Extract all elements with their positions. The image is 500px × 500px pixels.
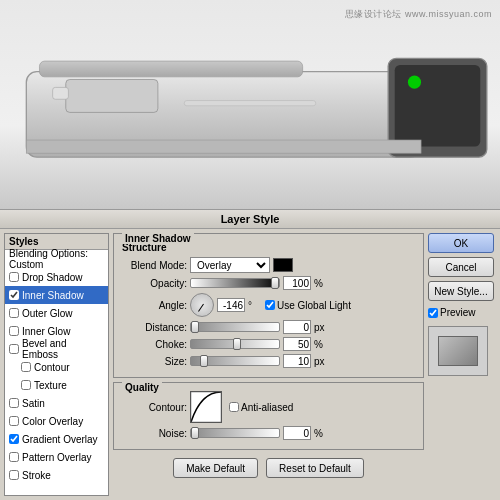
contour-svg (191, 392, 221, 422)
angle-label: Angle: (122, 300, 187, 311)
styles-panel: Styles Blending Options: Custom Drop Sha… (4, 233, 109, 496)
style-item-color-overlay[interactable]: Color Overlay (5, 412, 108, 430)
style-item-gradient-overlay[interactable]: Gradient Overlay (5, 430, 108, 448)
opacity-row: Opacity: % (122, 276, 415, 290)
svg-rect-5 (395, 65, 481, 147)
blend-mode-row: Blend Mode: Overlay Normal Multiply Scre… (122, 257, 415, 273)
choke-value[interactable] (283, 337, 311, 351)
style-item-drop-shadow[interactable]: Drop Shadow (5, 268, 108, 286)
choke-label: Choke: (122, 339, 187, 350)
noise-value[interactable] (283, 426, 311, 440)
drop-shadow-checkbox[interactable] (9, 272, 19, 282)
texture-checkbox[interactable] (21, 380, 31, 390)
choke-thumb[interactable] (233, 338, 241, 350)
preview-checkbox[interactable] (428, 308, 438, 318)
choke-unit: % (314, 339, 328, 350)
style-item-contour[interactable]: Contour (5, 358, 108, 376)
svg-point-6 (408, 76, 421, 89)
inner-shadow-checkbox[interactable] (9, 290, 19, 300)
buttons-panel: OK Cancel New Style... Preview (428, 233, 496, 496)
watermark: 思缘设计论坛 www.missyuan.com (345, 8, 492, 21)
size-unit: px (314, 356, 328, 367)
camera-area: 思缘设计论坛 www.missyuan.com (0, 0, 500, 210)
contour-checkbox[interactable] (21, 362, 31, 372)
style-item-outer-glow[interactable]: Outer Glow (5, 304, 108, 322)
distance-label: Distance: (122, 322, 187, 333)
contour-label: Contour: (122, 402, 187, 413)
style-item-blending[interactable]: Blending Options: Custom (5, 250, 108, 268)
style-item-bevel-emboss[interactable]: Bevel and Emboss (5, 340, 108, 358)
opacity-value[interactable] (283, 276, 311, 290)
structure-section: Inner Shadow Structure Blend Mode: Overl… (113, 233, 424, 378)
bottom-buttons: Make Default Reset to Default (113, 454, 424, 482)
noise-slider[interactable] (190, 428, 280, 438)
angle-row: Angle: ° Use Global Light (122, 293, 415, 317)
size-label: Size: (122, 356, 187, 367)
cancel-button[interactable]: Cancel (428, 257, 494, 277)
svg-rect-8 (26, 140, 421, 153)
preview-inner (438, 336, 478, 366)
svg-rect-2 (66, 80, 158, 113)
size-row: Size: px (122, 354, 415, 368)
ok-button[interactable]: OK (428, 233, 494, 253)
noise-row: Noise: % (122, 426, 415, 440)
pattern-overlay-checkbox[interactable] (9, 452, 19, 462)
opacity-slider[interactable] (190, 278, 280, 288)
inner-glow-checkbox[interactable] (9, 326, 19, 336)
opacity-label: Opacity: (122, 278, 187, 289)
color-overlay-checkbox[interactable] (9, 416, 19, 426)
style-item-pattern-overlay[interactable]: Pattern Overlay (5, 448, 108, 466)
dialog-title: Layer Style (0, 210, 500, 229)
style-item-satin[interactable]: Satin (5, 394, 108, 412)
size-value[interactable] (283, 354, 311, 368)
opacity-unit: % (314, 278, 328, 289)
contour-row: Contour: Anti-aliased (122, 391, 415, 423)
make-default-button[interactable]: Make Default (173, 458, 258, 478)
size-slider[interactable] (190, 356, 280, 366)
preview-box (428, 326, 488, 376)
angle-needle (198, 304, 204, 312)
layer-style-dialog: Layer Style Styles Blending Options: Cus… (0, 210, 500, 500)
svg-rect-3 (53, 87, 69, 99)
satin-checkbox[interactable] (9, 398, 19, 408)
choke-slider[interactable] (190, 339, 280, 349)
style-item-texture[interactable]: Texture (5, 376, 108, 394)
noise-unit: % (314, 428, 328, 439)
settings-panel: Inner Shadow Structure Blend Mode: Overl… (113, 233, 424, 496)
global-light-label[interactable]: Use Global Light (265, 300, 351, 311)
global-light-checkbox[interactable] (265, 300, 275, 310)
blend-color-swatch[interactable] (273, 258, 293, 272)
blend-mode-select[interactable]: Overlay Normal Multiply Screen (190, 257, 270, 273)
angle-value[interactable] (217, 298, 245, 312)
reset-to-default-button[interactable]: Reset to Default (266, 458, 364, 478)
distance-unit: px (314, 322, 328, 333)
noise-thumb[interactable] (191, 427, 199, 439)
angle-dial[interactable] (190, 293, 214, 317)
outer-glow-checkbox[interactable] (9, 308, 19, 318)
distance-slider[interactable] (190, 322, 280, 332)
distance-value[interactable] (283, 320, 311, 334)
gradient-overlay-checkbox[interactable] (9, 434, 19, 444)
stroke-checkbox[interactable] (9, 470, 19, 480)
bevel-emboss-checkbox[interactable] (9, 344, 19, 354)
size-thumb[interactable] (200, 355, 208, 367)
blend-mode-label: Blend Mode: (122, 260, 187, 271)
angle-unit: ° (248, 300, 262, 311)
new-style-button[interactable]: New Style... (428, 281, 494, 301)
distance-thumb[interactable] (191, 321, 199, 333)
contour-preview[interactable] (190, 391, 222, 423)
noise-label: Noise: (122, 428, 187, 439)
choke-row: Choke: % (122, 337, 415, 351)
opacity-thumb[interactable] (271, 277, 279, 289)
svg-rect-1 (39, 61, 302, 77)
camera-image (0, 0, 500, 209)
anti-alias-checkbox[interactable] (229, 402, 239, 412)
svg-rect-7 (184, 101, 316, 106)
anti-alias-label[interactable]: Anti-aliased (229, 402, 293, 413)
style-item-inner-shadow[interactable]: Inner Shadow (5, 286, 108, 304)
distance-row: Distance: px (122, 320, 415, 334)
quality-section: Quality Contour: Anti-aliased (113, 382, 424, 450)
preview-label-row[interactable]: Preview (428, 307, 496, 318)
style-item-stroke[interactable]: Stroke (5, 466, 108, 484)
